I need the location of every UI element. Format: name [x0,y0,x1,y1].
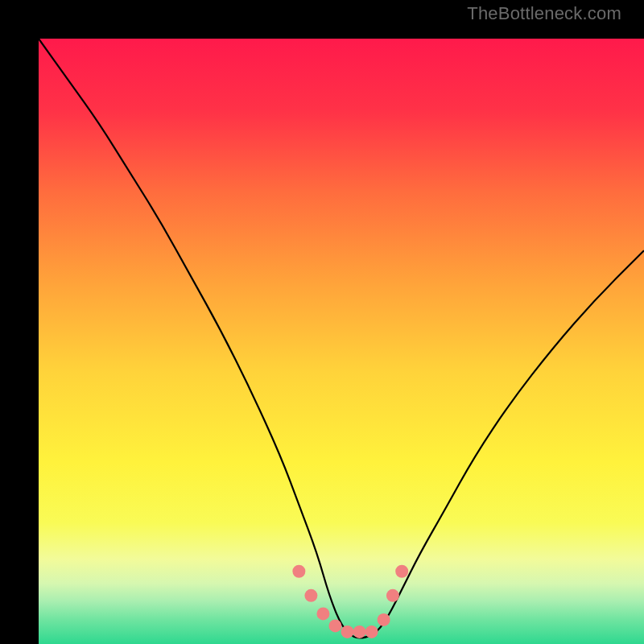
background-gradient [39,39,644,644]
plot-area [39,39,644,644]
chart-frame [0,0,644,644]
svg-rect-0 [39,39,644,644]
watermark-text: TheBottleneck.com [467,3,621,24]
